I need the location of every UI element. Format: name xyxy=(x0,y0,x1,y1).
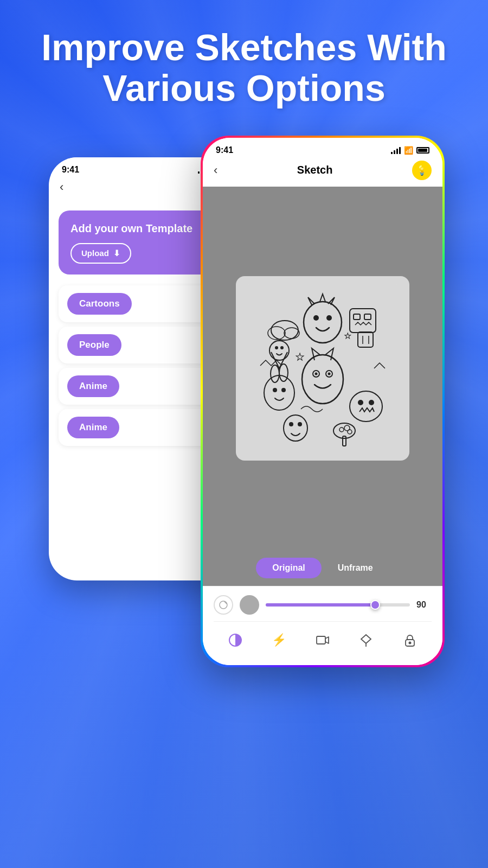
svg-point-8 xyxy=(281,388,286,392)
front-wifi-icon: 📶 xyxy=(404,146,413,155)
svg-point-45 xyxy=(408,641,411,644)
category-pill-people: People xyxy=(67,334,121,356)
headline: Improve Sketches With Various Options xyxy=(9,0,479,125)
headline-line2: Various Options xyxy=(41,68,447,108)
lock-icon[interactable] xyxy=(399,629,421,651)
slider-fill xyxy=(266,603,374,607)
svg-point-16 xyxy=(328,372,331,375)
svg-point-29 xyxy=(289,422,293,426)
slider-circle xyxy=(240,595,259,615)
front-nav-title: Sketch xyxy=(297,164,333,176)
back-time: 9:41 xyxy=(62,165,79,175)
phones-container: 9:41 📶 ‹ Add your own Template Upload ⬇ xyxy=(33,136,455,787)
front-status-icons: 📶 xyxy=(391,146,429,155)
headline-line1: Improve Sketches With xyxy=(41,27,447,68)
sketch-svg: ★ ★ xyxy=(244,284,401,452)
svg-rect-41 xyxy=(317,636,325,644)
toolbar-divider xyxy=(214,621,432,622)
sketch-canvas: ★ ★ xyxy=(203,187,442,550)
svg-point-11 xyxy=(369,400,374,405)
category-pill-anime: Anime xyxy=(67,375,119,397)
phone-front-inner: 9:41 📶 ‹ Sketch 💡 xyxy=(203,138,442,665)
bulb-icon[interactable]: 💡 xyxy=(412,161,432,180)
front-status-bar: 9:41 📶 xyxy=(203,138,442,155)
video-icon[interactable] xyxy=(312,629,333,651)
tab-unframe[interactable]: Unframe xyxy=(322,558,389,578)
svg-point-37 xyxy=(275,346,278,349)
lightning-icon[interactable]: ⚡ xyxy=(268,629,290,651)
slider-track[interactable] xyxy=(266,603,410,607)
svg-marker-42 xyxy=(361,635,371,643)
category-pill-cartoons: Cartoons xyxy=(67,293,132,315)
svg-point-3 xyxy=(326,315,332,321)
front-nav: ‹ Sketch 💡 xyxy=(203,155,442,187)
upload-button[interactable]: Upload ⬇ xyxy=(70,243,131,264)
contrast-icon[interactable] xyxy=(224,629,246,651)
svg-text:★: ★ xyxy=(296,352,304,362)
front-signal-icon xyxy=(391,146,401,154)
slider-value: 90 xyxy=(416,600,432,610)
upload-arrow-icon: ⬇ xyxy=(113,248,120,258)
sketch-image-box: ★ ★ xyxy=(236,276,409,461)
svg-point-15 xyxy=(315,372,318,375)
svg-point-2 xyxy=(313,315,319,321)
front-time: 9:41 xyxy=(216,145,233,155)
bottom-controls: 90 ⚡ xyxy=(203,586,442,665)
toolbar-icons: ⚡ xyxy=(214,626,432,654)
flag-icon[interactable] xyxy=(355,629,377,651)
svg-text:★: ★ xyxy=(344,331,351,340)
phone-front: 9:41 📶 ‹ Sketch 💡 xyxy=(201,136,445,667)
svg-point-7 xyxy=(273,388,277,392)
svg-point-30 xyxy=(298,422,302,426)
filter-icon[interactable] xyxy=(214,595,233,615)
svg-rect-0 xyxy=(244,284,401,452)
front-battery-icon xyxy=(416,147,429,154)
svg-point-10 xyxy=(358,400,363,405)
upload-label: Upload xyxy=(81,248,109,258)
category-pill-anime2: Anime xyxy=(67,417,119,438)
tab-original[interactable]: Original xyxy=(256,558,321,578)
slider-row: 90 xyxy=(214,595,432,615)
front-back-button[interactable]: ‹ xyxy=(214,163,217,177)
tab-row: Original Unframe xyxy=(203,550,442,586)
svg-point-38 xyxy=(280,346,284,349)
slider-thumb[interactable] xyxy=(370,600,380,610)
